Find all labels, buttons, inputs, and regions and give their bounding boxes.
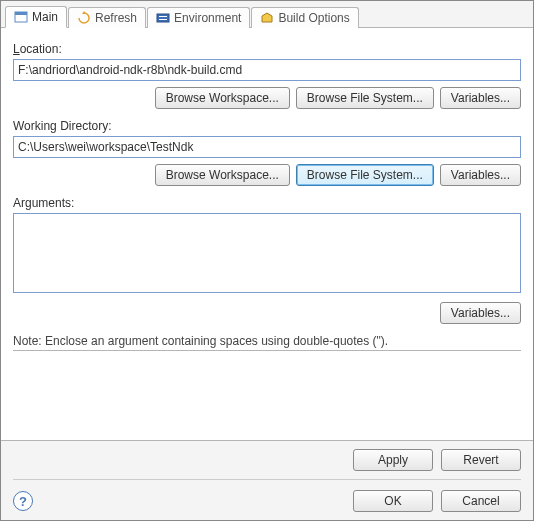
variables-button[interactable]: Variables...: [440, 164, 521, 186]
svg-rect-4: [159, 16, 167, 17]
refresh-icon: [77, 11, 91, 25]
help-icon[interactable]: ?: [13, 491, 33, 511]
browse-workspace-button[interactable]: Browse Workspace...: [155, 164, 290, 186]
tab-label: Environment: [174, 11, 241, 25]
build-options-icon: [260, 11, 274, 25]
arguments-textarea[interactable]: [13, 213, 521, 293]
main-panel: Location: Browse Workspace... Browse Fil…: [1, 28, 533, 441]
variables-button[interactable]: Variables...: [440, 302, 521, 324]
tab-main[interactable]: Main: [5, 6, 67, 28]
main-icon: [14, 10, 28, 24]
svg-rect-5: [159, 19, 167, 20]
working-directory-label: Working Directory:: [13, 119, 521, 133]
tab-build-options[interactable]: Build Options: [251, 7, 358, 28]
working-directory-input[interactable]: [13, 136, 521, 158]
browse-workspace-button[interactable]: Browse Workspace...: [155, 87, 290, 109]
arguments-note: Note: Enclose an argument containing spa…: [13, 334, 521, 348]
dialog-footer: Apply Revert ? OK Cancel: [1, 441, 533, 520]
tab-refresh[interactable]: Refresh: [68, 7, 146, 28]
tab-environment[interactable]: Environment: [147, 7, 250, 28]
browse-filesystem-button[interactable]: Browse File System...: [296, 164, 434, 186]
location-input[interactable]: [13, 59, 521, 81]
arguments-label: Arguments:: [13, 196, 521, 210]
svg-rect-1: [15, 12, 27, 15]
svg-rect-3: [157, 14, 169, 22]
browse-filesystem-button[interactable]: Browse File System...: [296, 87, 434, 109]
ok-button[interactable]: OK: [353, 490, 433, 512]
location-label: Location:: [13, 42, 521, 56]
separator: [13, 350, 521, 351]
variables-button[interactable]: Variables...: [440, 87, 521, 109]
revert-button[interactable]: Revert: [441, 449, 521, 471]
apply-button[interactable]: Apply: [353, 449, 433, 471]
tab-label: Main: [32, 10, 58, 24]
cancel-button[interactable]: Cancel: [441, 490, 521, 512]
tab-label: Refresh: [95, 11, 137, 25]
tab-bar: Main Refresh Environment Build Options: [1, 1, 533, 28]
tab-label: Build Options: [278, 11, 349, 25]
environment-icon: [156, 11, 170, 25]
